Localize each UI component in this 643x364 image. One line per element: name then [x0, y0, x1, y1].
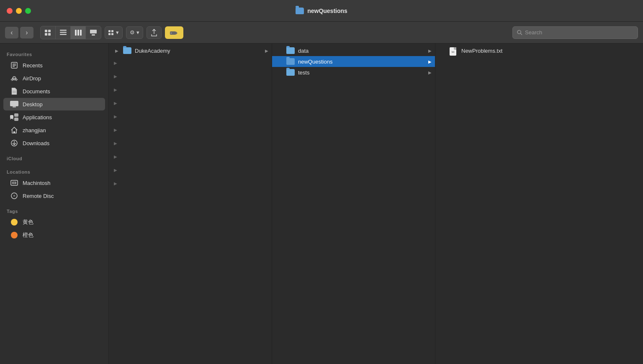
sidebar-icloud-label: iCloud [0, 153, 108, 163]
expand-icon-dukeacademy: ▶ [114, 48, 120, 54]
sidebar-tag-orange-label: 橙色 [23, 231, 33, 239]
chevron-icon: ▶ [114, 168, 117, 172]
column-icon [75, 30, 82, 36]
svg-rect-6 [60, 34, 67, 35]
tag-icon [170, 30, 178, 35]
search-bar[interactable] [512, 26, 638, 39]
column-item-dukeacademy-label: DukeAcademy [135, 48, 262, 54]
view-gallery-button[interactable] [86, 26, 101, 39]
svg-rect-12 [108, 30, 111, 32]
sidebar-item-airdrop-label: AirDrop [23, 75, 41, 82]
main-area: Favourites Recents A [0, 44, 643, 364]
column-item-dukeacademy[interactable]: ▶ DukeAcademy ▶ [109, 45, 272, 56]
chevron-icon: ▶ [114, 74, 117, 79]
view-buttons [40, 26, 101, 39]
documents-icon [10, 87, 18, 95]
expand-row-8: ▶ [109, 136, 272, 150]
gallery-icon [90, 30, 97, 36]
view-dropdown[interactable]: ▾ [105, 26, 123, 39]
chevron-icon: ▶ [114, 114, 117, 119]
back-button[interactable]: ‹ [5, 27, 18, 38]
minimize-button[interactable] [16, 8, 22, 14]
column-item-data[interactable]: data ▶ [272, 45, 435, 56]
window-controls [7, 8, 31, 14]
gear-icon: ⚙ [130, 29, 135, 36]
sidebar: Favourites Recents A [0, 44, 109, 364]
sidebar-item-zhangjian[interactable]: zhangjian [3, 124, 105, 136]
desktop-icon [10, 100, 18, 108]
recents-icon [10, 61, 18, 69]
expand-row-3: ▶ [109, 69, 272, 83]
column-item-tests[interactable]: tests ▶ [272, 67, 435, 78]
tag-button[interactable] [165, 26, 183, 39]
sidebar-item-airdrop[interactable]: AirDrop [3, 72, 105, 85]
nav-buttons: ‹ › [5, 27, 33, 38]
disc-icon [10, 192, 18, 200]
view-icon-button[interactable] [41, 26, 56, 39]
sidebar-item-desktop[interactable]: Desktop [3, 98, 105, 110]
column-item-data-label: data [298, 48, 425, 54]
dropdown-grid-icon [108, 30, 114, 35]
grid-icon [45, 30, 51, 36]
svg-rect-30 [10, 115, 13, 118]
svg-line-20 [520, 33, 522, 35]
share-button[interactable] [147, 26, 162, 39]
sidebar-item-applications[interactable]: Applications [3, 111, 105, 123]
sidebar-item-machintosh[interactable]: Machintosh [3, 177, 105, 189]
sidebar-tag-orange[interactable]: 橙色 [3, 229, 105, 241]
expand-icon-tests [277, 69, 283, 75]
disk-icon [10, 179, 18, 187]
sidebar-item-downloads[interactable]: Downloads [3, 137, 105, 149]
sidebar-locations-label: Locations [0, 166, 108, 176]
column-item-newproblems-label: NewProblems.txt [461, 48, 640, 54]
folder-icon-dukeacademy [123, 47, 131, 54]
close-button[interactable] [7, 8, 13, 14]
search-input[interactable] [525, 29, 633, 36]
svg-rect-11 [92, 34, 95, 36]
sidebar-item-remote-disc[interactable]: Remote Disc [3, 190, 105, 202]
expand-row-7: ▶ [109, 123, 272, 136]
svg-point-18 [171, 32, 172, 33]
svg-rect-5 [60, 32, 67, 33]
column-item-newquestions[interactable]: newQuestions ▶ [272, 56, 435, 67]
forward-button[interactable]: › [20, 27, 33, 38]
toolbar: ‹ › [0, 22, 643, 44]
chevron-icon: ▶ [114, 128, 117, 132]
chevron-icon: ▶ [114, 154, 117, 159]
column-2: data ▶ newQuestions ▶ tests ▶ [272, 44, 435, 364]
title-bar: newQuestions [0, 0, 643, 22]
arrow-icon-newquestions: ▶ [428, 59, 432, 64]
view-column-button[interactable] [71, 26, 86, 39]
chevron-icon: ▶ [114, 141, 117, 146]
expand-row-6: ▶ [109, 110, 272, 123]
column-item-newproblems[interactable]: txt NewProblems.txt [435, 45, 643, 56]
search-icon [517, 30, 522, 36]
sidebar-item-recents-label: Recents [23, 62, 43, 69]
view-list-button[interactable] [56, 26, 71, 39]
chevron-icon: ▶ [114, 61, 117, 65]
svg-rect-31 [14, 113, 18, 117]
svg-rect-32 [14, 118, 18, 121]
svg-point-39 [14, 182, 15, 183]
yellow-tag-icon [10, 218, 18, 226]
arrow-icon-dukeacademy: ▶ [265, 49, 268, 53]
forward-icon: › [26, 29, 28, 36]
gear-chevron-icon: ▾ [136, 29, 139, 36]
svg-point-19 [517, 30, 521, 33]
column-item-newquestions-label: newQuestions [298, 59, 425, 65]
svg-marker-17 [176, 31, 177, 35]
sidebar-item-recents[interactable]: Recents [3, 59, 105, 72]
svg-rect-13 [111, 30, 113, 32]
sidebar-tag-yellow[interactable]: 黄色 [3, 216, 105, 228]
sidebar-tags-label: Tags [0, 205, 108, 215]
sidebar-item-zhangjian-label: zhangjian [23, 127, 46, 133]
maximize-button[interactable] [25, 8, 31, 14]
sidebar-item-documents[interactable]: Documents [3, 85, 105, 97]
svg-rect-2 [45, 33, 47, 36]
sidebar-item-desktop-label: Desktop [23, 101, 43, 108]
sidebar-item-applications-label: Applications [23, 114, 52, 120]
column-1: ▶ DukeAcademy ▶ ▶ ▶ ▶ ▶ ▶ ▶ ▶ ▶ ▶ ▶ [109, 44, 272, 364]
expand-row-2: ▶ [109, 56, 272, 69]
gear-button[interactable]: ⚙ ▾ [126, 26, 143, 39]
folder-icon-data [286, 47, 295, 54]
